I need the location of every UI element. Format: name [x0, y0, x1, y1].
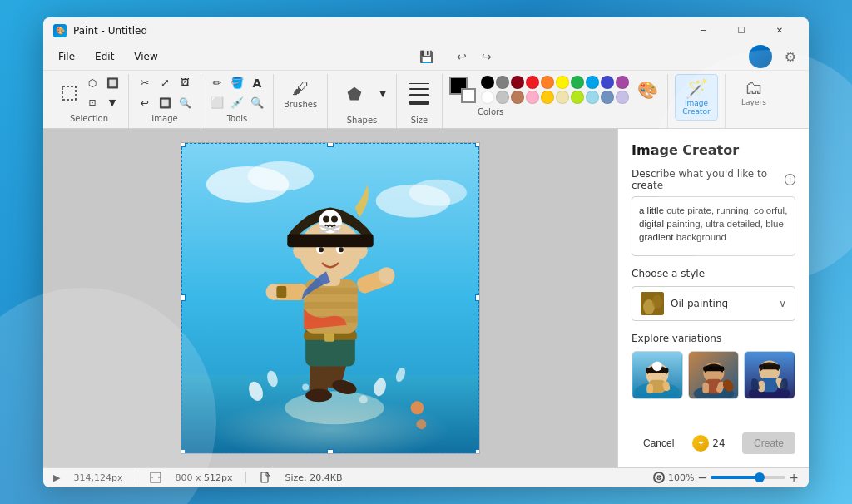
svg-point-43 — [323, 215, 329, 222]
swatch-pink[interactable] — [526, 91, 539, 104]
style-name: Oil painting — [671, 298, 772, 309]
layers-label: Layers — [741, 98, 766, 106]
window-controls: ─ ☐ ✕ — [684, 17, 799, 44]
image-gen-button[interactable]: 🖼 — [176, 74, 194, 92]
variation-3[interactable] — [744, 351, 795, 399]
swatch-darkblue[interactable] — [601, 76, 614, 89]
swatch-lavender[interactable] — [616, 91, 629, 104]
minimize-button[interactable]: ─ — [684, 17, 722, 44]
select-all-button[interactable]: ⊡ — [83, 94, 102, 112]
swatch-yellow[interactable] — [556, 76, 569, 89]
swatch-darkred[interactable] — [511, 76, 524, 89]
settings-icon[interactable]: ⚙ — [779, 45, 802, 68]
swatch-lime[interactable] — [571, 91, 584, 104]
swatch-purple[interactable] — [616, 76, 629, 89]
main-content: Image Creator Describe what you'd like t… — [43, 129, 809, 467]
rotate-left-button[interactable]: ↩ — [136, 94, 154, 112]
svg-point-51 — [652, 295, 662, 309]
selection-tools: ⬡ 🔲 ⊡ ▼ — [57, 74, 121, 112]
menu-view[interactable]: View — [126, 47, 166, 66]
undo-button[interactable]: ↩ — [450, 45, 473, 68]
svg-point-47 — [410, 401, 424, 414]
svg-point-56 — [652, 361, 662, 371]
prompt-textarea[interactable] — [632, 196, 795, 256]
size-lines — [409, 83, 429, 105]
eraser-button[interactable]: ⬜ — [208, 94, 226, 112]
zoom-settings-icon[interactable]: ⚙ — [653, 472, 665, 483]
svg-point-44 — [331, 215, 338, 222]
position-display: 314,124px — [73, 472, 122, 483]
shapes-button[interactable]: ⬟ — [334, 74, 374, 114]
cancel-button[interactable]: Cancel — [632, 432, 686, 454]
user-profile-icon[interactable] — [749, 45, 772, 68]
file-size-icon — [260, 472, 271, 483]
swatch-tan[interactable] — [556, 91, 569, 104]
svg-rect-26 — [304, 301, 358, 308]
zoom-control: ⚙ 100% − + — [653, 471, 799, 484]
size-label: Size — [411, 116, 428, 128]
svg-point-13 — [302, 383, 309, 390]
info-icon[interactable]: i — [785, 174, 795, 185]
swatch-lightblue[interactable] — [586, 91, 599, 104]
zoom-out-button[interactable]: − — [698, 471, 708, 484]
background-color[interactable] — [461, 88, 476, 103]
brushes-button[interactable]: 🖌 Brushes — [280, 74, 320, 114]
play-button[interactable]: ▶ — [53, 472, 60, 483]
describe-label: Describe what you'd like to create i — [632, 168, 795, 191]
swatch-brown[interactable] — [511, 91, 524, 104]
shapes-group: ⬟ ▼ Shapes — [328, 74, 397, 128]
color-palette-button[interactable]: 🎨 — [634, 77, 661, 103]
crop-button[interactable]: ✂ — [136, 74, 154, 92]
swatch-orange[interactable] — [541, 76, 554, 89]
swatch-steelblue[interactable] — [601, 91, 614, 104]
zoom-in-button[interactable]: + — [789, 471, 799, 484]
canvas[interactable] — [181, 142, 480, 454]
text-button[interactable]: A — [248, 74, 266, 92]
tools-group: ✏ 🪣 A ⬜ 💉 🔍 Tools — [201, 74, 274, 128]
zoom-thumb[interactable] — [755, 472, 765, 482]
stamp-button[interactable]: 🔲 — [156, 94, 174, 112]
swatch-blue[interactable] — [586, 76, 599, 89]
magnifier-button[interactable]: 🔍 — [248, 94, 266, 112]
swatch-lightgray[interactable] — [496, 91, 509, 104]
resize-button[interactable]: ⤢ — [156, 74, 174, 92]
canvas-wrapper — [181, 142, 480, 454]
eyedropper-button[interactable]: 💉 — [228, 94, 246, 112]
swatch-white[interactable] — [481, 91, 494, 104]
swatch-green[interactable] — [571, 76, 584, 89]
style-dropdown[interactable]: Oil painting ∨ — [632, 286, 795, 321]
fill-button[interactable]: 🪣 — [228, 74, 246, 92]
selection-group: ⬡ 🔲 ⊡ ▼ Selection — [50, 74, 129, 128]
redo-button[interactable]: ↪ — [475, 45, 498, 68]
svg-rect-58 — [646, 383, 653, 393]
free-select-button[interactable]: ⬡ — [83, 74, 102, 92]
image-creator-ribbon-button[interactable]: 🪄 Image Creator — [675, 74, 718, 121]
swatch-gray[interactable] — [496, 76, 509, 89]
shapes-dropdown-button[interactable]: ▼ — [376, 82, 389, 106]
svg-rect-71 — [760, 364, 780, 369]
save-button[interactable]: 💾 — [417, 47, 437, 67]
canvas-area[interactable] — [43, 129, 617, 467]
invert-select-button[interactable]: 🔲 — [103, 74, 121, 92]
close-button[interactable]: ✕ — [760, 17, 799, 44]
create-button[interactable]: Create — [742, 432, 795, 454]
zoom-image-button[interactable]: 🔍 — [176, 94, 194, 112]
menu-file[interactable]: File — [50, 47, 83, 66]
maximize-button[interactable]: ☐ — [722, 17, 760, 44]
menu-edit[interactable]: Edit — [87, 47, 122, 66]
rectangular-select-button[interactable] — [57, 81, 82, 106]
swatch-red[interactable] — [526, 76, 539, 89]
color-swatch-row-1 — [481, 76, 629, 89]
variation-1[interactable] — [632, 351, 683, 399]
layers-button[interactable]: 🗂 Layers — [732, 74, 775, 110]
select-dropdown-button[interactable]: ▼ — [103, 94, 121, 112]
credits-count: 24 — [712, 437, 725, 449]
size-button[interactable] — [404, 74, 435, 114]
variation-2[interactable] — [688, 351, 740, 399]
swatch-gold[interactable] — [541, 91, 554, 104]
pencil-button[interactable]: ✏ — [208, 74, 226, 92]
svg-point-31 — [379, 267, 395, 284]
zoom-slider[interactable] — [711, 476, 785, 479]
canvas-size-icon — [150, 472, 161, 483]
swatch-black[interactable] — [481, 76, 494, 89]
